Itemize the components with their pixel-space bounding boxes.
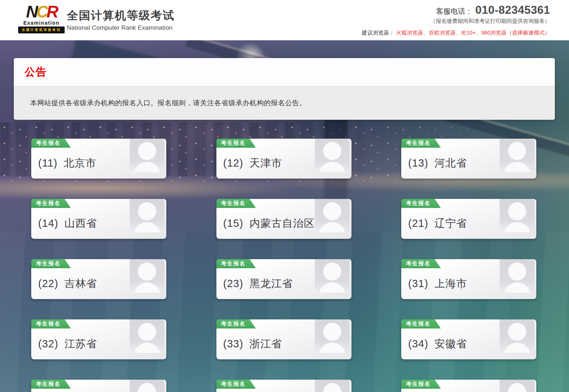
contact-block: 客服电话： 010-82345361 （报名缴费期间和准考证打印期间提供咨询服务… [362, 4, 550, 36]
avatar-torso-shape [319, 162, 346, 172]
candidate-register-tag: 考生报名 [216, 259, 256, 268]
province-card-label: (13) 河北省 [408, 156, 467, 171]
ncre-logo[interactable]: NCR Examination 全国计算机等级考试 [18, 4, 65, 33]
service-phone-number: 010-82345361 [475, 4, 550, 17]
candidate-register-tag-label: 考生报名 [406, 260, 431, 267]
candidate-register-tag: 考生报名 [31, 259, 71, 268]
avatar-head-shape [323, 262, 341, 281]
province-name: 山西省 [65, 216, 97, 231]
candidate-register-tag-label: 考生报名 [221, 260, 246, 267]
person-avatar-icon [130, 139, 164, 172]
page: NCR Examination 全国计算机等级考试 全国计算机等级考试 Nati… [0, 0, 569, 392]
province-code: (23) [223, 278, 244, 290]
browser-recommendation-label: 建议浏览器： [362, 29, 394, 36]
person-avatar-icon [315, 380, 350, 392]
province-card[interactable]: 考生报名 [31, 380, 166, 392]
person-avatar-icon [130, 380, 164, 392]
avatar-head-shape [138, 383, 156, 392]
province-name: 天津市 [249, 156, 282, 171]
candidate-register-tag-label: 考生报名 [406, 140, 431, 147]
province-card[interactable]: 考生报名 [216, 380, 351, 392]
province-name: 江苏省 [65, 337, 97, 351]
province-card[interactable]: 考生报名 (22) 吉林省 [31, 259, 166, 299]
avatar-torso-shape [134, 282, 160, 293]
avatar-head-shape [323, 202, 341, 220]
site-title: 全国计算机等级考试 National Computer Rank Examina… [67, 8, 175, 32]
avatar-head-shape [508, 202, 526, 220]
province-card[interactable]: 考生报名 (33) 浙江省 [216, 319, 351, 359]
browser-recommendation-list: 火狐浏览器、谷歌浏览器、IE10+、360浏览器（选择极速模式） [396, 29, 550, 36]
avatar-head-shape [508, 142, 526, 160]
candidate-register-tag-label: 考生报名 [221, 140, 246, 147]
province-code: (33) [223, 338, 244, 350]
province-code: (31) [408, 278, 428, 290]
service-phone-note: （报名缴费期间和准考证打印期间提供咨询服务） [362, 18, 550, 25]
candidate-register-tag-label: 考生报名 [406, 200, 431, 207]
logo-examination-text: Examination [18, 20, 65, 26]
person-avatar-icon [315, 139, 350, 172]
candidate-register-tag: 考生报名 [401, 139, 441, 148]
candidate-register-tag: 考生报名 [216, 380, 256, 389]
province-card[interactable]: 考生报名 (21) 辽宁省 [401, 199, 536, 239]
candidate-register-tag: 考生报名 [401, 199, 441, 208]
candidate-register-tag: 考生报名 [31, 139, 71, 148]
candidate-register-tag: 考生报名 [401, 259, 441, 268]
province-name: 浙江省 [249, 337, 282, 351]
province-card[interactable]: 考生报名 (23) 黑龙江省 [216, 259, 351, 299]
avatar-head-shape [138, 262, 156, 281]
province-card-label: (11) 北京市 [38, 156, 96, 171]
province-code: (12) [223, 157, 244, 169]
province-card[interactable]: 考生报名 (32) 江苏省 [31, 319, 166, 359]
province-name: 上海市 [435, 277, 467, 291]
avatar-head-shape [138, 142, 156, 160]
candidate-register-tag: 考生报名 [216, 319, 256, 328]
province-card[interactable]: 考生报名 [401, 380, 536, 392]
person-avatar-icon [130, 319, 164, 353]
province-code: (22) [38, 278, 58, 290]
province-card[interactable]: 考生报名 (11) 北京市 [31, 139, 166, 179]
province-card-label: (23) 黑龙江省 [223, 277, 293, 291]
avatar-torso-shape [319, 282, 346, 293]
avatar-torso-shape [134, 343, 160, 353]
province-name: 黑龙江省 [249, 277, 293, 291]
province-card[interactable]: 考生报名 (34) 安徽省 [401, 319, 536, 359]
candidate-register-tag-label: 考生报名 [36, 140, 61, 147]
person-avatar-icon [500, 380, 535, 392]
candidate-register-tag: 考生报名 [31, 319, 71, 328]
avatar-torso-shape [134, 222, 160, 232]
notice-body: 本网站提供各省级承办机构的报名入口。报名细则，请关注各省级承办机构的报名公告。 [14, 86, 555, 120]
candidate-register-tag: 考生报名 [401, 380, 441, 389]
person-avatar-icon [315, 199, 350, 232]
province-card-label: (34) 安徽省 [408, 337, 467, 351]
province-card-label: (14) 山西省 [38, 216, 97, 231]
person-avatar-icon [315, 319, 350, 353]
candidate-register-tag-label: 考生报名 [36, 381, 61, 388]
province-code: (13) [408, 157, 428, 169]
person-avatar-icon [500, 319, 535, 353]
avatar-torso-shape [319, 343, 346, 353]
province-name: 辽宁省 [435, 216, 467, 231]
service-phone-label: 客服电话： [436, 7, 472, 16]
avatar-head-shape [508, 323, 526, 341]
province-grid: 考生报名 (11) 北京市 考生报名 (12) 天津市 [31, 139, 536, 392]
avatar-head-shape [138, 202, 156, 220]
province-card[interactable]: 考生报名 (31) 上海市 [401, 259, 536, 299]
candidate-register-tag-label: 考生报名 [36, 260, 61, 267]
ncr-letters-icon: NCR [18, 4, 65, 20]
province-code: (32) [38, 338, 58, 350]
avatar-head-shape [323, 383, 341, 392]
province-code: (34) [408, 338, 428, 350]
province-card[interactable]: 考生报名 (13) 河北省 [401, 139, 536, 179]
province-card[interactable]: 考生报名 (14) 山西省 [31, 199, 166, 239]
candidate-register-tag-label: 考生报名 [406, 381, 431, 388]
province-code: (21) [408, 217, 428, 229]
province-card[interactable]: 考生报名 (12) 天津市 [216, 139, 351, 179]
avatar-torso-shape [504, 222, 531, 232]
province-name: 内蒙古自治区 [249, 216, 315, 231]
candidate-register-tag-label: 考生报名 [406, 320, 431, 327]
province-code: (11) [38, 157, 57, 169]
avatar-torso-shape [504, 343, 531, 353]
province-name: 北京市 [64, 156, 96, 171]
province-card[interactable]: 考生报名 (15) 内蒙古自治区 [216, 199, 351, 239]
avatar-torso-shape [319, 222, 346, 232]
